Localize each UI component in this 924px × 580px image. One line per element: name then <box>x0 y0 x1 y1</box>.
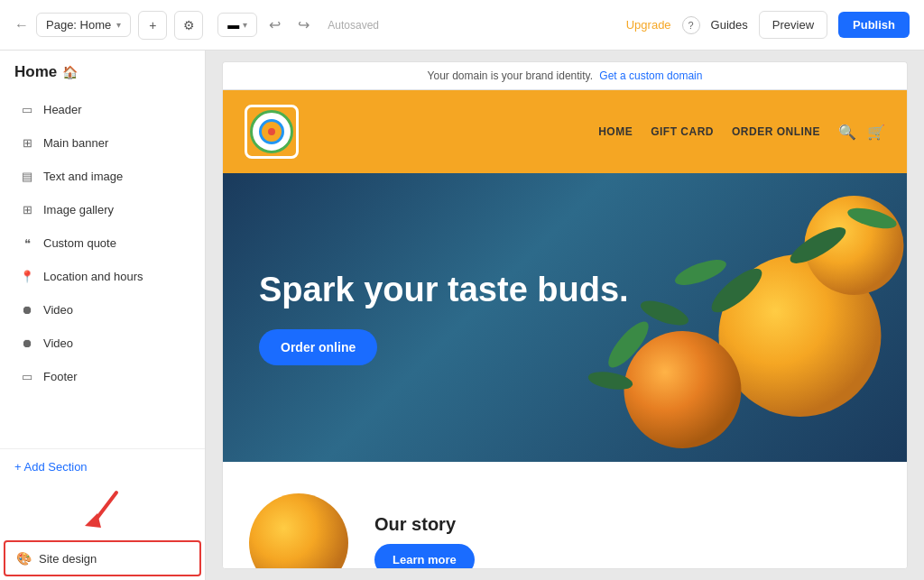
nav-item-order-online[interactable]: ORDER ONLINE <box>732 125 820 138</box>
toolbar: ← Page: Home ▾ + ⚙ ▬ ▾ ↩ ↪ Autosaved Upg… <box>0 0 924 51</box>
image-gallery-icon: ⊞ <box>20 202 34 216</box>
preview-button[interactable]: Preview <box>759 11 827 39</box>
settings-button[interactable]: ⚙ <box>174 11 203 40</box>
svg-point-12 <box>249 493 348 569</box>
sidebar-item-label: Image gallery <box>43 203 114 216</box>
logo-inner-circle <box>259 119 284 144</box>
chevron-down-icon: ▾ <box>116 20 121 30</box>
sidebar: Home 🏠 ▭ Header ⊞ Main banner ▤ Text and… <box>0 51 206 580</box>
sidebar-item-label: Video <box>43 303 73 317</box>
device-chevron-icon: ▾ <box>243 20 247 30</box>
nav-item-home[interactable]: HOME <box>598 125 633 138</box>
sidebar-item-label: Main banner <box>43 136 108 150</box>
text-image-icon: ▤ <box>20 169 34 183</box>
main-layout: Home 🏠 ▭ Header ⊞ Main banner ▤ Text and… <box>0 51 924 580</box>
device-selector[interactable]: ▬ ▾ <box>217 13 257 37</box>
site-logo[interactable] <box>245 105 299 159</box>
domain-banner: Your domain is your brand identity. Get … <box>222 61 908 89</box>
undo-button[interactable]: ↩ <box>261 12 288 39</box>
story-orange-image <box>245 489 353 569</box>
redo-button[interactable]: ↪ <box>290 12 317 39</box>
main-banner-icon: ⊞ <box>20 135 34 150</box>
nav-icons: 🔍 🛒 <box>838 124 885 141</box>
hero-cta-button[interactable]: Order online <box>259 329 377 365</box>
back-icon: ← <box>14 17 29 33</box>
sidebar-item-image-gallery[interactable]: ⊞ Image gallery <box>5 193 199 226</box>
sidebar-item-label: Video <box>43 336 73 350</box>
cart-icon[interactable]: 🛒 <box>867 124 885 141</box>
canvas-area: Your domain is your brand identity. Get … <box>206 51 924 580</box>
site-nav: HOME GIFT CARD ORDER ONLINE 🔍 🛒 <box>598 124 885 141</box>
sidebar-header: Home 🏠 <box>0 51 205 88</box>
hero-background: Spark your taste buds. Order online <box>223 173 907 462</box>
upgrade-link[interactable]: Upgrade <box>626 18 671 32</box>
site-header-section: HOME GIFT CARD ORDER ONLINE 🔍 🛒 <box>223 90 907 173</box>
page-title: Home <box>14 63 57 81</box>
story-title: Our story <box>374 514 475 535</box>
site-design-button[interactable]: 🎨 Site design <box>5 542 199 575</box>
red-arrow-icon <box>67 488 139 533</box>
sidebar-item-custom-quote[interactable]: ❝ Custom quote <box>5 226 199 259</box>
quote-icon: ❝ <box>20 235 34 250</box>
sidebar-item-label: Text and image <box>43 170 123 183</box>
sidebar-item-video1[interactable]: ⏺ Video <box>5 293 199 326</box>
custom-domain-link[interactable]: Get a custom domain <box>599 69 702 82</box>
story-section: Our story Learn more <box>223 462 907 569</box>
location-icon: 📍 <box>20 269 34 283</box>
video-icon: ⏺ <box>20 302 34 317</box>
site-design-wrapper: 🎨 Site design <box>4 540 201 576</box>
sidebar-item-footer[interactable]: ▭ Footer <box>5 360 199 392</box>
paint-icon: 🎨 <box>16 551 32 566</box>
help-icon[interactable]: ? <box>682 16 700 34</box>
logo-dot <box>268 128 275 135</box>
video-icon: ⏺ <box>20 336 34 350</box>
sidebar-item-header[interactable]: ▭ Header <box>5 93 199 125</box>
device-icon: ▬ <box>227 18 239 32</box>
sidebar-item-text-and-image[interactable]: ▤ Text and image <box>5 160 199 192</box>
hero-title: Spark your taste buds. <box>259 270 871 311</box>
domain-text: Your domain is your brand identity. <box>428 69 593 82</box>
sidebar-item-main-banner[interactable]: ⊞ Main banner <box>5 126 199 159</box>
sidebar-item-label: Location and hours <box>43 270 143 283</box>
sidebar-item-label: Footer <box>43 370 78 383</box>
sidebar-item-label: Header <box>43 103 82 116</box>
story-content: Our story Learn more <box>374 514 475 569</box>
sidebar-items: ▭ Header ⊞ Main banner ▤ Text and image … <box>0 88 205 448</box>
hero-section: Spark your taste buds. Order online <box>223 173 907 462</box>
sidebar-item-location-hours[interactable]: 📍 Location and hours <box>5 260 199 292</box>
hero-content: Spark your taste buds. Order online <box>223 234 907 401</box>
nav-item-gift-card[interactable]: GIFT CARD <box>651 125 714 138</box>
page-selector-label: Page: Home <box>46 18 111 32</box>
footer-icon: ▭ <box>20 369 34 383</box>
guides-button[interactable]: Guides <box>711 18 748 32</box>
add-section-label: + Add Section <box>14 460 88 474</box>
add-section-button[interactable]: + Add Section <box>0 448 205 484</box>
add-page-button[interactable]: + <box>138 11 167 40</box>
logo-outer-circle <box>250 110 293 153</box>
site-frame: HOME GIFT CARD ORDER ONLINE 🔍 🛒 Spark yo… <box>222 89 908 569</box>
header-icon: ▭ <box>20 102 34 116</box>
home-icon: 🏠 <box>62 65 78 79</box>
publish-button[interactable]: Publish <box>838 12 910 38</box>
autosaved-label: Autosaved <box>328 19 379 32</box>
page-selector[interactable]: Page: Home ▾ <box>36 13 131 37</box>
sidebar-item-label: Custom quote <box>43 236 116 250</box>
story-cta-button[interactable]: Learn more <box>374 544 475 569</box>
site-design-label: Site design <box>39 552 97 566</box>
sidebar-item-video2[interactable]: ⏺ Video <box>5 327 199 359</box>
search-icon[interactable]: 🔍 <box>838 124 856 141</box>
